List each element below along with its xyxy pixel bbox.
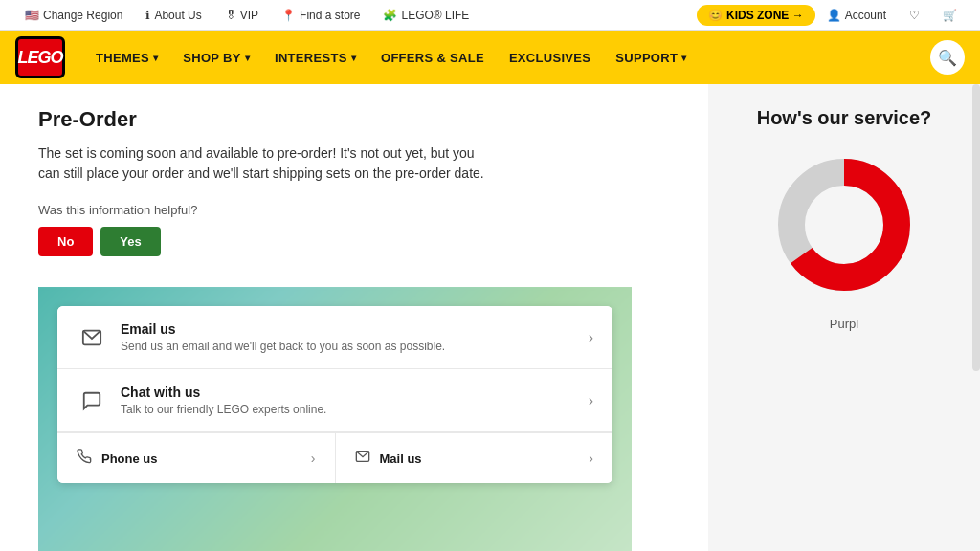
main-content: Pre-Order The set is coming soon and ava… <box>0 84 708 551</box>
about-us-link[interactable]: ℹ About Us <box>136 9 211 22</box>
nav-themes[interactable]: THEMES ▾ <box>84 43 169 73</box>
sidebar: How's our service? Purpl <box>708 84 980 551</box>
change-region-button[interactable]: 🇺🇸 Change Region <box>15 9 132 22</box>
service-chart <box>727 148 961 301</box>
chat-card-title: Chat with us <box>121 385 589 400</box>
themes-chevron-icon: ▾ <box>153 53 158 63</box>
shopby-chevron-icon: ▾ <box>245 53 250 63</box>
lego-life-link[interactable]: 🧩 LEGO® LIFE <box>373 9 479 22</box>
contact-bottom-row: Phone us › Mail us › <box>57 432 612 483</box>
chat-card-text: Chat with us Talk to our friendly LEGO e… <box>121 385 589 416</box>
cart-icon: 🛒 <box>943 9 957 22</box>
cart-link[interactable]: 🛒 <box>935 9 965 22</box>
yes-button[interactable]: Yes <box>100 227 160 256</box>
service-label: Purpl <box>727 317 961 331</box>
chat-card-subtitle: Talk to our friendly LEGO experts online… <box>121 403 589 416</box>
interests-chevron-icon: ▾ <box>351 53 356 63</box>
mail-chevron-icon: › <box>589 451 593 466</box>
vote-buttons: No Yes <box>38 227 670 256</box>
chat-icon <box>77 386 107 416</box>
mail-icon <box>355 449 370 468</box>
nav-offers-sale[interactable]: OFFERS & SALE <box>369 43 496 73</box>
mail-card-title: Mail us <box>380 452 590 466</box>
scrollbar[interactable] <box>972 84 980 371</box>
nav-support[interactable]: SUPPORT ▾ <box>604 43 698 73</box>
chat-chevron-icon: › <box>589 392 593 409</box>
search-icon: 🔍 <box>938 49 957 67</box>
main-nav: LEGO THEMES ▾ SHOP BY ▾ INTERESTS ▾ OFFE… <box>0 31 980 84</box>
nav-interests[interactable]: INTERESTS ▾ <box>263 43 368 73</box>
vip-link[interactable]: 🎖 VIP <box>215 9 268 22</box>
lego-logo[interactable]: LEGO <box>15 36 65 78</box>
nav-links: THEMES ▾ SHOP BY ▾ INTERESTS ▾ OFFERS & … <box>84 43 930 73</box>
helpful-question: Was this information helpful? <box>38 203 670 217</box>
nav-shop-by[interactable]: SHOP BY ▾ <box>171 43 261 73</box>
vip-icon: 🎖 <box>225 9 236 22</box>
top-bar: 🇺🇸 Change Region ℹ About Us 🎖 VIP 📍 Find… <box>0 0 980 31</box>
preorder-description: The set is coming soon and available to … <box>38 143 488 184</box>
preorder-title: Pre-Order <box>38 107 670 132</box>
location-icon: 📍 <box>281 9 296 22</box>
wishlist-link[interactable]: ♡ <box>902 9 927 22</box>
phone-card-title: Phone us <box>101 452 311 466</box>
email-us-card[interactable]: Email us Send us an email and we'll get … <box>57 306 612 369</box>
content-wrapper: Pre-Order The set is coming soon and ava… <box>0 84 980 551</box>
nav-exclusives[interactable]: EXCLUSIVES <box>498 43 602 73</box>
contact-cards: Email us Send us an email and we'll get … <box>57 306 612 483</box>
phone-us-card[interactable]: Phone us › <box>57 433 336 483</box>
email-card-title: Email us <box>121 321 589 337</box>
chat-us-card[interactable]: Chat with us Talk to our friendly LEGO e… <box>57 369 612 432</box>
contact-area: Email us Send us an email and we'll get … <box>38 287 632 551</box>
lego-life-icon: 🧩 <box>383 9 397 22</box>
account-link[interactable]: 👤 Account <box>819 9 894 22</box>
flag-icon: 🇺🇸 <box>25 9 39 22</box>
kids-zone-icon: 😊 <box>708 9 723 22</box>
info-icon: ℹ <box>145 9 150 22</box>
email-card-subtitle: Send us an email and we'll get back to y… <box>121 340 589 353</box>
kids-zone-button[interactable]: 😊 KIDS ZONE → <box>697 5 815 26</box>
mail-us-card[interactable]: Mail us › <box>336 433 613 483</box>
phone-chevron-icon: › <box>311 451 316 466</box>
phone-icon <box>77 449 92 468</box>
service-title: How's our service? <box>727 107 961 129</box>
svg-point-4 <box>806 187 882 263</box>
find-store-link[interactable]: 📍 Find a store <box>272 9 369 22</box>
email-card-text: Email us Send us an email and we'll get … <box>121 321 589 353</box>
heart-icon: ♡ <box>909 9 920 22</box>
no-button[interactable]: No <box>38 227 93 256</box>
account-icon: 👤 <box>827 9 841 22</box>
support-chevron-icon: ▾ <box>681 53 686 63</box>
email-chevron-icon: › <box>589 329 593 346</box>
email-icon <box>77 322 107 353</box>
search-button[interactable]: 🔍 <box>930 40 965 75</box>
